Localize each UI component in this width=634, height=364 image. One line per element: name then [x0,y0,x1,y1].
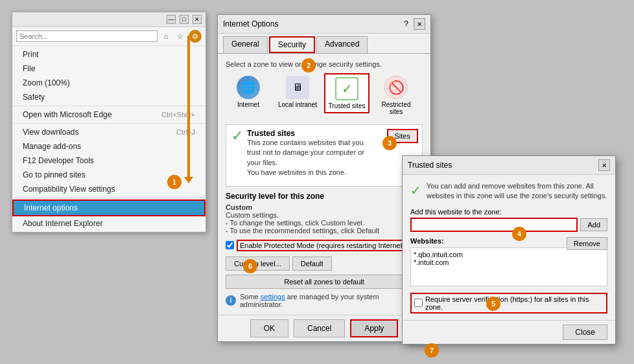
trusted-check-icon: ✓ [335,77,358,100]
admin-notice-text: Some settings are managed by your system… [240,293,423,308]
menu-shortcut: Ctrl+Shift+ [161,111,195,119]
security-custom: Custom Custom settings. - To change the … [226,203,423,234]
step-6-circle: 6 [243,259,257,273]
zone-trusted-sites[interactable]: ✓ Trusted sites [324,73,370,113]
menu-item-about-ie[interactable]: About Internet Explorer [12,216,205,231]
websites-list: *.qbo.intuit.com *.intuit.com [410,247,607,286]
menu-item-safety[interactable]: Safety [12,90,205,104]
ts-close-button[interactable]: Close [563,324,607,340]
tab-security[interactable]: Security [269,36,315,53]
add-website-button[interactable]: Add [580,218,607,231]
menu-label: F12 Developer Tools [23,156,94,165]
default-level-button[interactable]: Default [292,256,332,271]
custom-label: Custom [226,203,252,211]
green-check-large-icon: ✓ [231,128,243,144]
remove-website-button[interactable]: Remove [567,237,607,250]
minimize-button[interactable]: — [167,15,176,24]
step-4-circle: 4 [512,227,526,241]
website-item-1[interactable]: *.qbo.intuit.com [414,251,604,258]
home-icon[interactable]: ⌂ [160,30,172,42]
info-icon: i [226,295,236,306]
trusted-section: ✓ Trusted sites This zone contains websi… [226,124,423,187]
step-5-circle: 5 [486,297,500,311]
add-website-row: Add [410,218,607,232]
menu-label: View downloads [23,128,79,137]
internet-options-dialog: Internet Options ? ✕ General Security Ad… [217,14,431,342]
dialog-titlebar: Internet Options ? ✕ [218,15,430,34]
menu-label: Compatibility View settings [23,185,115,194]
trusted-info: Trusted sites This zone contains website… [247,129,364,178]
reset-all-button[interactable]: Reset all zones to default [226,275,423,289]
gear-icon[interactable]: ⚙ [189,30,202,43]
ts-close-icon[interactable]: ✕ [598,159,610,171]
https-checkbox[interactable] [414,299,423,307]
globe-icon: 🌐 [237,76,260,99]
security-level-heading: Security level for this zone [226,192,423,201]
arrow-step1 [187,36,190,178]
menu-titlebar: — □ ✕ [12,12,205,27]
step-7-circle: 7 [425,343,439,358]
dialog-title: Internet Options [223,19,278,28]
ts-titlebar: Trusted sites ✕ [403,156,615,175]
star-icon[interactable]: ☆ [174,30,186,42]
menu-item-zoom[interactable]: Zoom (100%) [12,76,205,90]
menu-item-print[interactable]: Print [12,47,205,62]
admin-settings-link[interactable]: settings [261,293,285,301]
menu-items-list: Print File Zoom (100%) Safety Open with … [12,46,205,232]
step-1-circle: 1 [167,175,182,189]
add-website-input[interactable] [410,218,578,232]
zone-instruction: Select a zone to view or change security… [226,60,423,68]
menu-label: Zoom (100%) [23,78,70,87]
ts-green-check-icon: ✓ [410,181,421,199]
ts-title: Trusted sites [408,161,452,170]
trusted-title: Trusted sites [247,129,364,138]
menu-label: Internet options [24,203,78,212]
maximize-button[interactable]: □ [180,15,189,24]
menu-shortcut: Ctrl+J [176,128,195,136]
enable-protected-row: Enable Protected Mode (requires restarti… [226,240,423,251]
apply-button[interactable]: Apply [350,319,398,337]
zone-trusted-label: Trusted sites [329,102,366,109]
help-icon[interactable]: ? [404,19,408,28]
step-2-circle: 2 [301,58,316,73]
local-icon: 🖥 [286,76,309,99]
menu-label: File [23,64,35,73]
menu-item-f12[interactable]: F12 Developer Tools [12,154,205,168]
custom-level-button[interactable]: Custom level... [226,256,290,271]
dialog-close-button[interactable]: ✕ [414,18,425,30]
nav-icons: ⌂ ☆ [160,30,186,42]
menu-item-downloads[interactable]: View downloads Ctrl+J [12,125,205,139]
tab-general[interactable]: General [223,36,268,53]
enable-protected-checkbox[interactable] [226,241,234,249]
restricted-icon: 🚫 [384,76,408,99]
cancel-button[interactable]: Cancel [294,319,345,337]
menu-item-internet-options[interactable]: Internet options [12,199,205,216]
custom-desc: Custom settings. - To change the setting… [226,211,379,234]
ts-header-info: ✓ You can add and remove websites from t… [410,181,607,201]
close-button[interactable]: ✕ [193,15,202,24]
menu-label: Go to pinned sites [23,170,86,179]
menu-item-addons[interactable]: Manage add-ons [12,139,205,154]
menu-item-file[interactable]: File [12,62,205,76]
website-item-2[interactable]: *.intuit.com [414,258,604,266]
zone-restricted[interactable]: 🚫 Restricted sites [373,73,419,118]
menu-label: Print [23,50,39,59]
zone-local-label: Local intranet [278,101,317,108]
trusted-sites-dialog: Trusted sites ✕ ✓ You can add and remove… [402,155,616,345]
menu-label: About Internet Explorer [23,219,102,228]
https-checkbox-row: Require server verification (https:) for… [410,293,607,313]
tab-advanced[interactable]: Advanced [316,36,368,53]
enable-protected-label: Enable Protected Mode (requires restarti… [237,240,416,251]
zone-internet[interactable]: 🌐 Internet [226,73,271,111]
ok-button[interactable]: OK [250,319,288,337]
zone-local-intranet[interactable]: 🖥 Local intranet [275,73,320,111]
menu-item-open-edge[interactable]: Open with Microsoft Edge Ctrl+Shift+ [12,108,205,122]
ts-header-text: You can add and remove websites from thi… [427,181,607,201]
websites-section: Remove Websites: *.qbo.intuit.com *.intu… [410,237,607,289]
search-input[interactable] [16,30,158,42]
zone-internet-label: Internet [237,101,259,108]
menu-label: Open with Microsoft Edge [23,110,112,119]
menu-separator [12,106,205,106]
menu-separator-2 [12,123,205,124]
menu-label: Safety [23,93,45,102]
